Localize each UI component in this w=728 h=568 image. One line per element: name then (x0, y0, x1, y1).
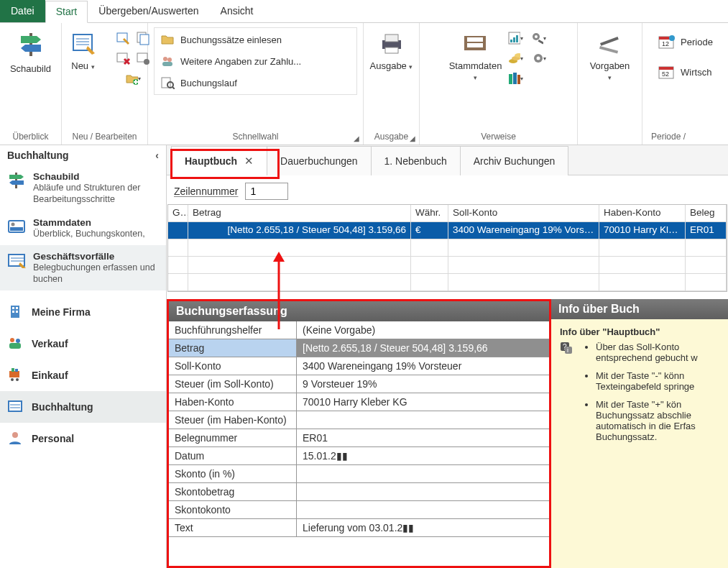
entry-label: Datum (169, 447, 297, 464)
tab-archiv[interactable]: Archiv Buchungen (460, 146, 569, 175)
books-icon[interactable]: ▾ (507, 70, 523, 86)
line-number-input[interactable] (245, 183, 288, 200)
entry-row[interactable]: BelegnummerER01 (169, 429, 549, 447)
menu-start[interactable]: Start (45, 1, 88, 23)
nav-geschaeftsvorfaelle[interactable]: Geschäftsvorfälle Belegbuchungen erfasse… (0, 245, 166, 291)
col-betrag[interactable]: Betrag (188, 205, 411, 221)
quick-import[interactable]: Buchungssätze einlesen (159, 31, 352, 48)
calendar-52-icon: 52 (658, 64, 675, 80)
entry-value[interactable]: [Netto 2.655,18 / Steuer 504,48] 3.159,6… (297, 339, 549, 357)
sidebar-collapse[interactable]: ‹ (155, 150, 159, 161)
entry-panel: Buchungserfassung Buchführungshelfer(Kei… (167, 299, 551, 568)
info-bullet: Mit der Taste "+" kön Buchungssatz absch… (596, 399, 722, 442)
grid-row-empty[interactable] (168, 274, 727, 291)
entry-row[interactable]: Skonto (in %) (169, 465, 549, 483)
svg-rect-48 (599, 46, 617, 54)
entry-row[interactable]: Steuer (im Haben-Konto) (169, 411, 549, 429)
entry-row[interactable]: Buchführungshelfer(Keine Vorgabe) (169, 321, 549, 339)
ribbon-group-refs: Stammdaten ▾ ▾ ▾ ▾ ▾ ▾ Verweise (420, 23, 578, 145)
entry-row[interactable]: Betrag[Netto 2.655,18 / Steuer 504,48] 3… (169, 339, 549, 357)
grid-header: Gb Betrag Währ. Soll-Konto Haben-Konto B… (168, 205, 727, 222)
svg-point-52 (669, 35, 675, 41)
svg-text:52: 52 (662, 70, 669, 78)
fiscal-button[interactable]: 52 Wirtsch (656, 62, 713, 82)
master-button[interactable]: Stammdaten ▾ (451, 27, 500, 85)
nav-meine-firma[interactable]: Meine Firma (0, 296, 166, 328)
entry-row[interactable]: TextLieferung vom 03.01.2▮▮ (169, 519, 549, 537)
doc-edit-icon[interactable] (115, 30, 131, 46)
output-dialog-launcher[interactable]: ◢ (407, 133, 418, 143)
nav-verkauf[interactable]: Verkauf (0, 328, 166, 359)
money-icon[interactable]: ▾ (507, 50, 523, 66)
col-soll[interactable]: Soll-Konto (448, 205, 599, 221)
output-button[interactable]: Ausgabe ▾ (367, 27, 416, 74)
menu-view[interactable]: Ansicht (210, 0, 264, 22)
folder-add-icon[interactable]: ▾ (125, 70, 141, 86)
tab-neben[interactable]: 1. Nebenbuch (371, 146, 461, 175)
svg-rect-67 (12, 307, 14, 309)
entry-row[interactable]: Skontokonto (169, 501, 549, 519)
entry-value[interactable]: 70010 Harry Kleber KG (297, 393, 549, 411)
ribbon-group-output: Ausgabe ▾ Ausgabe ◢ (364, 23, 420, 145)
nav-einkauf-label: Einkauf (32, 370, 68, 381)
col-wahr[interactable]: Währ. (411, 205, 448, 221)
entry-value[interactable] (297, 411, 549, 429)
entry-row[interactable]: Skontobetrag (169, 483, 549, 501)
overview-label: Schaubild (10, 63, 51, 74)
quick-dialog-launcher[interactable]: ◢ (351, 133, 361, 143)
entry-row[interactable]: Steuer (im Soll-Konto)9 Vorsteuer 19% (169, 375, 549, 393)
entry-row[interactable]: Haben-Konto70010 Harry Kleber KG (169, 393, 549, 411)
entry-value[interactable]: 9 Vorsteuer 19% (297, 375, 549, 393)
entry-value[interactable]: 15.01.2▮▮ (297, 447, 549, 464)
tab-hauptbuch[interactable]: Hauptbuch ✕ (171, 146, 267, 175)
entry-label: Steuer (im Haben-Konto) (169, 411, 297, 429)
tab-dauer[interactable]: Dauerbuchungen (267, 146, 371, 175)
group-label-refs: Verweise (425, 129, 571, 143)
quick-run[interactable]: Buchungslauf (159, 74, 352, 91)
overview-button[interactable]: Schaubild (6, 27, 55, 77)
lower-split: Buchungserfassung Buchführungshelfer(Kei… (167, 299, 728, 568)
menu-file[interactable]: Datei (0, 0, 45, 22)
grid-row-empty[interactable] (168, 257, 727, 274)
col-gb[interactable]: Gb (168, 205, 188, 221)
quick-import-label: Buchungssätze einlesen (180, 35, 282, 45)
entry-value[interactable] (297, 465, 549, 482)
report-icon[interactable]: ▾ (507, 30, 523, 46)
entry-value[interactable]: ER01 (297, 429, 549, 446)
nav-stammdaten[interactable]: Stammdaten Überblick, Buchungskonten, (0, 211, 166, 245)
entry-value[interactable]: Lieferung vom 03.01.2▮▮ (297, 519, 549, 536)
fiscal-label: Wirtsch (681, 67, 711, 78)
nav-schaubild[interactable]: Schaubild Abläufe und Strukturen der Bea… (0, 165, 166, 211)
master-label: Stammdaten ▾ (449, 60, 502, 82)
info-bullet: Mit der Taste "-" könn Texteingabefeld s… (596, 370, 722, 392)
gear-icon[interactable]: ▾ (530, 50, 546, 66)
defaults-button[interactable]: Vorgaben ▾ (586, 27, 635, 85)
quick-payment[interactable]: Weitere Angaben zur Zahlu... (159, 52, 352, 70)
col-haben[interactable]: Haben-Konto (599, 205, 686, 221)
group-label-period: Periode / (648, 129, 722, 143)
nav-einkauf[interactable]: Einkauf (0, 359, 166, 391)
info-panel-title: Info über Buch (551, 299, 728, 319)
booking-grid[interactable]: Gb Betrag Währ. Soll-Konto Haben-Konto B… (167, 204, 727, 292)
entry-row[interactable]: Soll-Konto3400 Wareneingang 19% Vorsteue… (169, 357, 549, 375)
nav-stammdaten-title: Stammdaten (33, 217, 145, 228)
tab-hauptbuch-close[interactable]: ✕ (244, 155, 254, 168)
entry-value[interactable]: 3400 Wareneingang 19% Vorsteuer (297, 357, 549, 375)
menu-handover[interactable]: Übergeben/Auswerten (88, 0, 209, 22)
nav-personal[interactable]: Personal (0, 423, 166, 454)
doc-delete-icon[interactable] (115, 50, 131, 66)
entry-value[interactable] (297, 501, 549, 518)
grid-row-empty[interactable] (168, 239, 727, 257)
gear-wrench-icon[interactable]: ▾ (530, 30, 546, 46)
svg-point-71 (10, 338, 14, 342)
period-button[interactable]: 12 Periode (656, 32, 714, 52)
new-button[interactable]: Neu ▾ (59, 27, 108, 74)
nav-buchhaltung[interactable]: Buchhaltung (0, 391, 166, 423)
grid-row-1[interactable]: [Netto 2.655,18 / Steuer 504,48] 3.159,6… (168, 222, 727, 239)
entry-row[interactable]: Datum15.01.2▮▮ (169, 447, 549, 465)
svg-point-72 (16, 339, 20, 343)
col-beleg[interactable]: Beleg (686, 205, 727, 221)
entry-value[interactable] (297, 483, 549, 500)
entry-value[interactable]: (Keine Vorgabe) (297, 321, 549, 339)
svg-rect-31 (467, 43, 483, 47)
